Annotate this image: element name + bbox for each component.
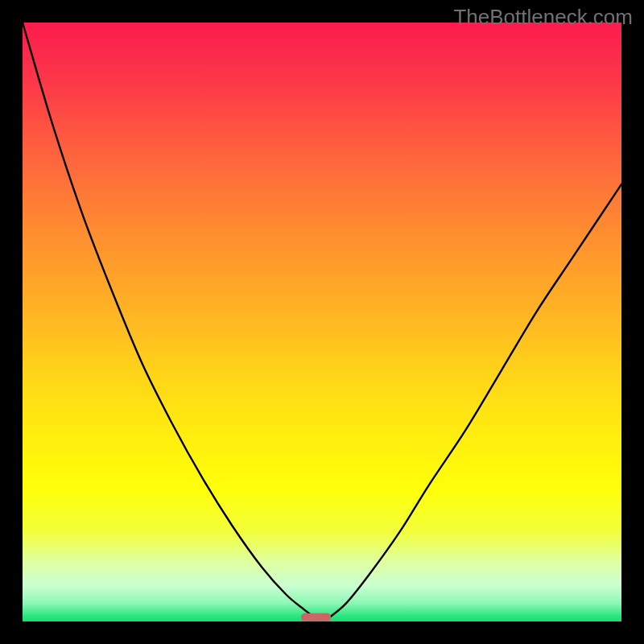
chart-svg	[23, 23, 621, 621]
plot-area	[23, 23, 621, 621]
gradient-background	[23, 23, 621, 621]
notch-marker	[301, 613, 331, 621]
chart-frame: TheBottleneck.com	[0, 0, 644, 644]
watermark-text: TheBottleneck.com	[453, 5, 633, 30]
